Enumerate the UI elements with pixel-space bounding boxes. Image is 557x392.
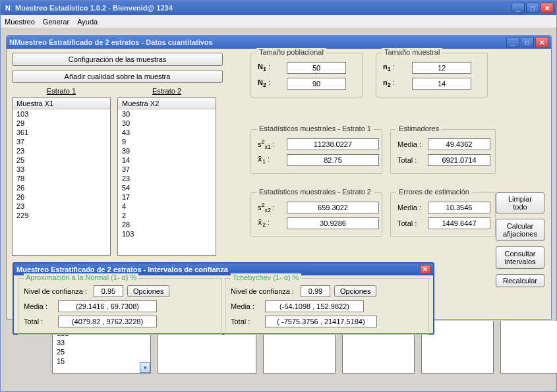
estimador-media-field[interactable]: 49.4362 <box>428 138 490 150</box>
list-item[interactable]: 30 <box>118 119 216 128</box>
n1-pop-field[interactable]: 50 <box>287 62 346 74</box>
s2x1-label: s2x1 : <box>258 138 283 150</box>
list-item[interactable]: 23 <box>13 202 110 211</box>
scroll-down-icon[interactable]: ▾ <box>140 362 150 373</box>
n1-samp-label: n1 : <box>383 63 408 72</box>
s2x2-label: s2x2 : <box>258 202 283 213</box>
limpiar-todo-button[interactable]: Limpiar todo <box>496 192 544 213</box>
calcular-afijaciones-button[interactable]: Calcular afijaciones <box>496 219 544 241</box>
n1-pop-label: N1 : <box>258 63 283 72</box>
menu-ayuda[interactable]: Ayuda <box>77 18 98 26</box>
bottom-listbox-6[interactable] <box>500 321 557 374</box>
list-item[interactable]: 26 <box>13 183 110 192</box>
n2-samp-field[interactable]: 14 <box>412 78 471 90</box>
estimadores-group: Estimadores Media : 49.4362 Total : 6921… <box>390 129 496 174</box>
child-title: Muestreo Estratificado de 2 estratos - D… <box>15 38 506 46</box>
ci-normal-nivel-label: Nivel de confianza : <box>24 287 90 295</box>
list-item[interactable]: 361 <box>13 128 110 137</box>
xbar1-label: x̄1 : <box>258 155 283 165</box>
ci-normal-nivel-field[interactable]: 0.95 <box>94 285 123 297</box>
list-item[interactable]: 15 <box>53 356 150 366</box>
n1-samp-field[interactable]: 12 <box>412 62 471 74</box>
list-item[interactable]: 28 <box>118 220 216 229</box>
estrato1-label: Estrato 1 <box>12 87 111 95</box>
ci-tcheby-opciones-button[interactable]: Opciones <box>334 285 376 297</box>
ci-normal-total-field[interactable]: (4079.82 , 9762.3228) <box>58 316 157 327</box>
muestra-x2-header: Muestra X2 <box>118 98 216 109</box>
list-item[interactable]: 78 <box>13 174 110 183</box>
child-close-button[interactable]: ✕ <box>535 37 548 47</box>
n2-pop-field[interactable]: 90 <box>287 78 346 90</box>
muestra-x2-list[interactable]: Muestra X2 30304393914372354174228103 <box>117 98 216 256</box>
error-media-field[interactable]: 10.3546 <box>428 202 490 213</box>
app-title: Muestreo Estadístico 1.0.2 - Bienvenid@ … <box>15 4 512 12</box>
ci-tcheby-group: Tchebychev (1- α) % Nivel de confianza :… <box>225 278 429 335</box>
xbar2-field[interactable]: 30.9286 <box>287 217 379 229</box>
ci-normal-opciones-button[interactable]: Opciones <box>127 285 169 297</box>
list-item[interactable]: 33 <box>53 338 150 347</box>
stats-estrato1-legend: Estadísticos muestrales - Estrato 1 <box>256 125 374 132</box>
menubar: Muestreo Generar Ayuda <box>1 15 556 28</box>
config-muestras-button[interactable]: Configuración de las muestras <box>12 53 223 66</box>
list-item[interactable]: 2 <box>118 211 216 220</box>
list-item[interactable]: 9 <box>118 137 216 146</box>
estimador-media-label: Media : <box>397 140 424 148</box>
list-item[interactable]: 4 <box>118 202 216 211</box>
list-item[interactable]: 25 <box>13 155 110 165</box>
estimador-total-field[interactable]: 6921.0714 <box>428 154 490 166</box>
ci-normal-media-label: Media : <box>24 302 54 310</box>
list-item[interactable]: 26 <box>13 192 110 202</box>
muestra-x1-list[interactable]: Muestra X1 103293613723253378262623229 <box>12 98 111 256</box>
menu-muestreo[interactable]: Muestreo <box>5 18 35 26</box>
ci-tcheby-media-field[interactable]: (-54.1098 , 152.9822) <box>265 300 364 312</box>
ci-tcheby-total-field[interactable]: ( -7575.3756 , 21417.5184) <box>265 316 377 327</box>
estimadores-legend: Estimadores <box>396 125 442 132</box>
ci-close-button[interactable]: ✕ <box>420 265 430 274</box>
list-item[interactable]: 37 <box>13 137 110 146</box>
tam-muestral-group: Tamaño muestral n1 : 12 n2 : 14 <box>376 53 488 98</box>
ci-normal-legend: Aproximación a la Normal (1- α) % <box>24 273 138 281</box>
recalcular-button[interactable]: Recalcular <box>496 274 544 287</box>
errores-legend: Errores de estimación <box>396 188 472 196</box>
list-item[interactable]: 43 <box>118 128 216 137</box>
list-item[interactable]: 30 <box>118 109 216 119</box>
consultar-intervalos-button[interactable]: Consultar intervalos <box>496 246 544 269</box>
ci-normal-media-field[interactable]: (29.1416 , 69.7308) <box>58 300 157 312</box>
list-item[interactable]: 23 <box>118 174 216 183</box>
list-item[interactable]: 103 <box>13 109 110 119</box>
xbar1-field[interactable]: 82.75 <box>287 154 379 166</box>
list-item[interactable]: 25 <box>53 347 150 356</box>
s2x2-field[interactable]: 659.3022 <box>287 202 379 213</box>
list-item[interactable]: 29 <box>13 119 110 128</box>
list-item[interactable]: 33 <box>13 165 110 174</box>
stats-estrato2-legend: Estadísticos muestrales - Estrato 2 <box>256 188 374 196</box>
maximize-button[interactable]: □ <box>526 3 539 13</box>
list-item[interactable]: 39 <box>118 146 216 155</box>
error-total-field[interactable]: 1449.6447 <box>428 217 490 229</box>
ci-normal-group: Aproximación a la Normal (1- α) % Nivel … <box>18 278 222 335</box>
child-titlebar: N Muestreo Estratificado de 2 estratos -… <box>7 36 551 49</box>
menu-generar[interactable]: Generar <box>43 18 69 26</box>
child-maximize-button[interactable]: □ <box>521 37 534 47</box>
minimize-button[interactable]: _ <box>512 3 525 13</box>
list-item[interactable]: 229 <box>13 211 110 220</box>
add-cualidad-button[interactable]: Añadir cualidad sobre la muestra <box>12 70 223 83</box>
ci-tcheby-nivel-field[interactable]: 0.99 <box>301 285 330 297</box>
list-item[interactable]: 54 <box>118 183 216 192</box>
error-total-label: Total : <box>397 219 424 227</box>
estrato2-label: Estrato 2 <box>117 87 216 95</box>
list-item[interactable]: 103 <box>118 229 216 238</box>
s2x1-field[interactable]: 11238.0227 <box>287 138 379 150</box>
list-item[interactable]: 14 <box>118 155 216 165</box>
tam-poblacional-legend: Tamaño poblacional <box>256 48 326 56</box>
stats-estrato1-group: Estadísticos muestrales - Estrato 1 s2x1… <box>250 129 382 174</box>
list-item[interactable]: 23 <box>13 146 110 155</box>
child-minimize-button[interactable]: _ <box>506 37 519 47</box>
list-item[interactable]: 37 <box>118 165 216 174</box>
list-item[interactable]: 17 <box>118 192 216 202</box>
ci-title: Muestreo Estratificado de 2 estratos - I… <box>16 266 420 273</box>
close-button[interactable]: ✕ <box>541 3 554 13</box>
stats-estrato2-group: Estadísticos muestrales - Estrato 2 s2x2… <box>250 192 382 237</box>
xbar2-label: x̄2 : <box>258 218 283 228</box>
child-icon: N <box>9 38 15 46</box>
